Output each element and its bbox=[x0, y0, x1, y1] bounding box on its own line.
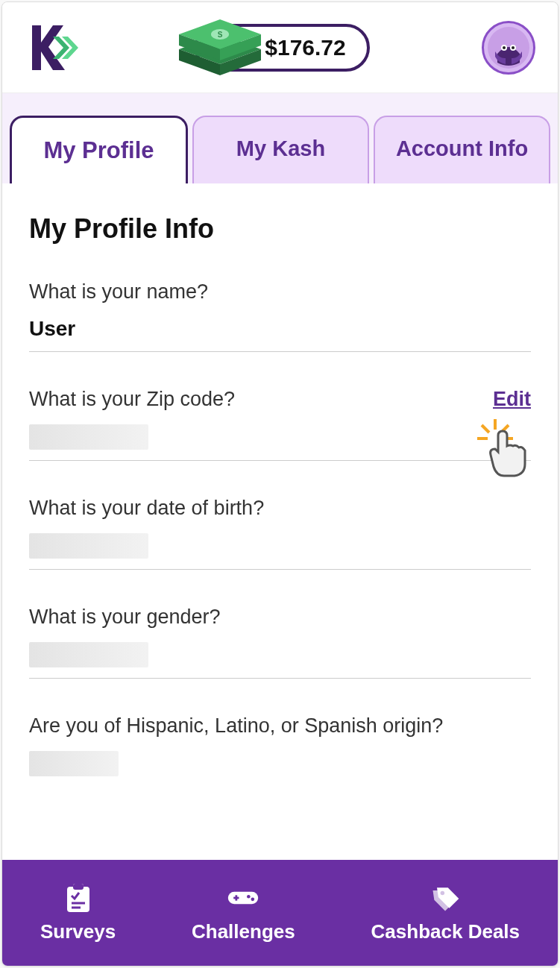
svg-rect-14 bbox=[73, 884, 84, 890]
redacted-placeholder bbox=[29, 642, 148, 667]
svg-point-5 bbox=[503, 46, 506, 49]
cash-icon: S bbox=[175, 12, 265, 84]
svg-point-6 bbox=[512, 46, 515, 49]
field-value-zip bbox=[29, 424, 531, 461]
tabs-bar: My Profile My Kash Account Info bbox=[2, 93, 558, 183]
field-value-dob bbox=[29, 533, 531, 570]
field-hispanic: Are you of Hispanic, Latino, or Spanish … bbox=[29, 714, 531, 787]
field-zip: What is your Zip code? Edit bbox=[29, 388, 531, 461]
nav-challenges[interactable]: Challenges bbox=[192, 883, 295, 943]
balance-amount: $176.72 bbox=[265, 35, 345, 60]
tab-my-profile[interactable]: My Profile bbox=[10, 116, 188, 183]
field-label: What is your date of birth? bbox=[29, 497, 531, 520]
tab-account-info[interactable]: Account Info bbox=[374, 116, 550, 183]
svg-text:S: S bbox=[218, 31, 223, 39]
bottom-nav: Surveys Challenges bbox=[2, 860, 558, 966]
nav-label: Cashback Deals bbox=[371, 920, 520, 943]
tab-my-kash[interactable]: My Kash bbox=[192, 116, 369, 183]
clipboard-icon bbox=[62, 883, 95, 913]
nav-label: Challenges bbox=[192, 920, 295, 943]
field-dob: What is your date of birth? bbox=[29, 497, 531, 570]
page-title: My Profile Info bbox=[29, 213, 531, 245]
avatar[interactable] bbox=[482, 21, 535, 75]
field-value-gender bbox=[29, 642, 531, 679]
svg-point-22 bbox=[251, 897, 255, 901]
field-label: What is your name? bbox=[29, 280, 531, 304]
field-value-name: User bbox=[29, 317, 531, 352]
balance-pill[interactable]: S $176.72 bbox=[195, 24, 369, 72]
nav-cashback[interactable]: Cashback Deals bbox=[371, 883, 520, 943]
edit-zip-link[interactable]: Edit bbox=[493, 388, 531, 411]
svg-point-21 bbox=[247, 894, 251, 898]
svg-line-8 bbox=[482, 425, 489, 433]
nav-surveys[interactable]: Surveys bbox=[40, 883, 116, 943]
tags-icon bbox=[429, 883, 462, 913]
field-label: What is your gender? bbox=[29, 606, 531, 629]
field-value-hispanic bbox=[29, 751, 531, 787]
redacted-placeholder bbox=[29, 533, 148, 559]
pointer-hand-icon bbox=[473, 415, 540, 485]
field-label: What is your Zip code? bbox=[29, 388, 531, 411]
content-area: My Profile Info What is your name? User … bbox=[2, 183, 558, 860]
field-gender: What is your gender? bbox=[29, 606, 531, 679]
header: S $176.72 bbox=[2, 2, 558, 93]
logo[interactable] bbox=[25, 22, 83, 74]
field-label: Are you of Hispanic, Latino, or Spanish … bbox=[29, 714, 531, 738]
nav-label: Surveys bbox=[40, 920, 116, 943]
gamepad-icon bbox=[227, 883, 259, 913]
redacted-placeholder bbox=[29, 751, 119, 776]
redacted-placeholder bbox=[29, 424, 148, 450]
field-name: What is your name? User bbox=[29, 280, 531, 352]
